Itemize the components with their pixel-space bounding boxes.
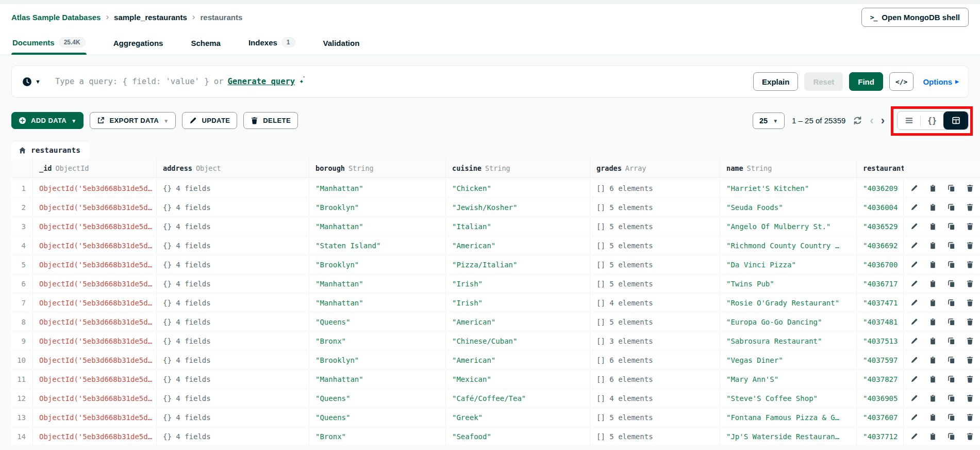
delete-document-icon[interactable] [966,394,974,402]
delete-document-icon[interactable] [966,299,974,307]
copy-document-icon[interactable] [929,432,937,440]
clone-document-icon[interactable] [948,432,955,440]
add-data-button[interactable]: ADD DATA ▼ [11,112,84,129]
column-header-cuisine: cuisine String [446,159,590,177]
tab-validation[interactable]: Validation [322,39,361,55]
copy-document-icon[interactable] [929,242,937,249]
delete-document-icon[interactable] [966,261,974,268]
delete-document-icon[interactable] [966,356,974,364]
copy-document-icon[interactable] [929,318,937,326]
tab-indexes[interactable]: Indexes 1 [247,37,296,55]
clone-document-icon[interactable] [948,280,955,287]
edit-document-icon[interactable] [910,222,918,230]
clone-document-icon[interactable] [948,242,955,249]
delete-document-icon[interactable] [966,318,974,326]
query-history-button[interactable]: ▼ [22,77,41,87]
reset-button[interactable]: Reset [804,72,843,91]
objectid-cell: ObjectId('5eb3d668b31de5d… [33,332,157,349]
edit-document-icon[interactable] [910,299,918,307]
delete-document-icon[interactable] [966,280,974,287]
clone-document-icon[interactable] [948,375,955,383]
clone-document-icon[interactable] [948,413,955,421]
restaurant-id-cell: "4036700 [857,256,904,273]
clone-document-icon[interactable] [948,222,955,230]
open-mongodb-shell-button[interactable]: >_ Open MongoDB shell [861,8,969,27]
table-view-button[interactable] [943,111,968,130]
objectid-cell: ObjectId('5eb3d668b31de5d… [33,180,157,197]
json-view-button[interactable]: {} [921,111,943,130]
copy-document-icon[interactable] [929,356,937,364]
page-size-select[interactable]: 25 ▼ [753,112,785,129]
edit-document-icon[interactable] [910,261,918,268]
clone-document-icon[interactable] [948,261,955,268]
export-to-language-button[interactable]: </> [889,72,913,91]
clone-document-icon[interactable] [948,203,955,211]
copy-document-icon[interactable] [929,203,937,211]
restaurant-id-cell: "4037712 [857,428,904,445]
edit-document-icon[interactable] [910,432,918,440]
tab-aggregations[interactable]: Aggregations [112,39,164,55]
generate-query-link[interactable]: Generate query [228,77,295,86]
edit-document-icon[interactable] [910,394,918,402]
copy-document-icon[interactable] [929,394,937,402]
update-button[interactable]: UPDATE [182,112,237,129]
table-row: 2 ObjectId('5eb3d668b31de5d… {} 4 fields… [11,199,980,216]
tab-schema[interactable]: Schema [190,39,222,55]
table-row: 13 ObjectId('5eb3d668b31de5d… {} 4 field… [11,409,980,426]
clone-document-icon[interactable] [948,318,955,326]
copy-document-icon[interactable] [929,413,937,421]
copy-document-icon[interactable] [929,375,937,383]
edit-document-icon[interactable] [910,375,918,383]
row-actions [904,351,980,368]
edit-document-icon[interactable] [910,413,918,421]
delete-document-icon[interactable] [966,242,974,249]
address-cell: {} 4 fields [157,218,309,235]
delete-button[interactable]: DELETE [243,112,298,129]
delete-document-icon[interactable] [966,337,974,345]
copy-document-icon[interactable] [929,222,937,230]
prev-page-button[interactable]: ‹ [870,115,873,126]
documents-toolbar: ADD DATA ▼ EXPORT DATA ▼ UPDATE DELETE [11,111,969,130]
options-toggle[interactable]: Options ▶ [923,77,959,86]
edit-document-icon[interactable] [910,280,918,287]
delete-document-icon[interactable] [966,203,974,211]
edit-document-icon[interactable] [910,318,918,326]
clone-document-icon[interactable] [948,337,955,345]
next-page-button[interactable]: › [881,115,885,126]
explain-button[interactable]: Explain [753,72,798,91]
delete-document-icon[interactable] [966,222,974,230]
clone-document-icon[interactable] [948,394,955,402]
clone-document-icon[interactable] [948,299,955,307]
edit-document-icon[interactable] [910,184,918,192]
copy-document-icon[interactable] [929,299,937,307]
delete-document-icon[interactable] [966,432,974,440]
delete-document-icon[interactable] [966,184,974,192]
find-button[interactable]: Find [849,72,883,91]
query-input[interactable]: Type a query: { field: 'value' } or Gene… [55,77,753,86]
delete-document-icon[interactable] [966,413,974,421]
delete-document-icon[interactable] [966,375,974,383]
tab-documents[interactable]: Documents 25.4K [11,37,87,55]
edit-document-icon[interactable] [910,356,918,364]
edit-document-icon[interactable] [910,337,918,345]
copy-document-icon[interactable] [929,337,937,345]
cuisine-cell: "Jewish/Kosher" [446,199,590,216]
collection-breadcrumb-tab[interactable]: restaurants [11,141,90,159]
copy-document-icon[interactable] [929,184,937,192]
row-number-cell: 5 [11,256,33,273]
cuisine-cell: "Seafood" [446,428,590,445]
clone-document-icon[interactable] [948,356,955,364]
clone-document-icon[interactable] [948,184,955,192]
export-data-button[interactable]: EXPORT DATA ▼ [90,112,176,129]
refresh-button[interactable] [853,116,862,125]
breadcrumb-database[interactable]: sample_restaurants [114,13,187,22]
edit-document-icon[interactable] [910,242,918,249]
edit-document-icon[interactable] [910,203,918,211]
list-view-button[interactable] [898,111,920,130]
collection-tab-label: restaurants [31,146,80,154]
copy-document-icon[interactable] [929,261,937,268]
copy-document-icon[interactable] [929,280,937,287]
table-row: 4 ObjectId('5eb3d668b31de5d… {} 4 fields… [11,237,980,254]
column-type: Object [196,164,221,172]
breadcrumb-database-group[interactable]: Atlas Sample Databases [11,13,101,22]
